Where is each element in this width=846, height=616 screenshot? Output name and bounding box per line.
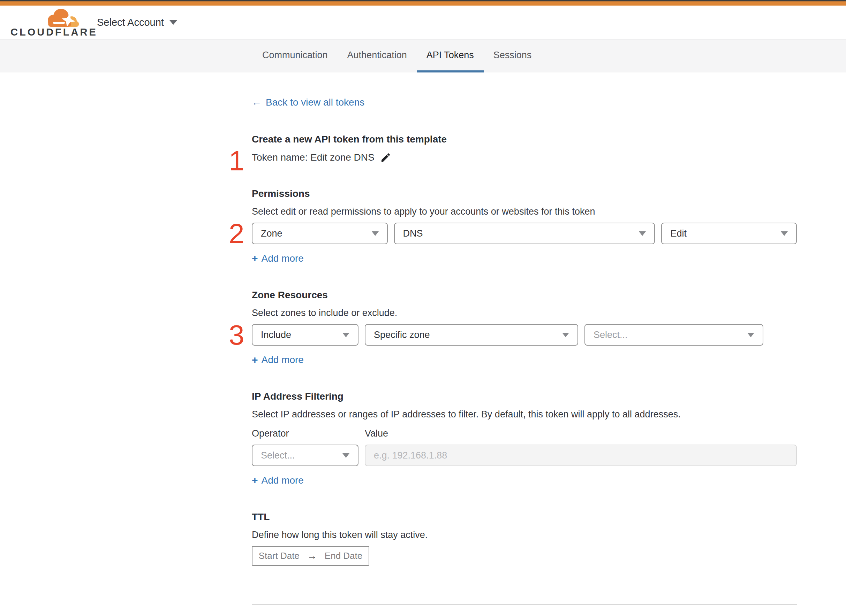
plus-icon: + — [252, 475, 258, 486]
ttl-title: TTL — [252, 512, 797, 523]
ttl-date-range-picker[interactable]: Start Date → End Date — [252, 546, 369, 566]
top-accent-bar — [0, 1, 846, 6]
tab-sessions[interactable]: Sessions — [484, 40, 541, 72]
chevron-down-icon — [747, 333, 754, 337]
end-date-placeholder: End Date — [325, 550, 362, 561]
step-marker-3: 3 — [229, 321, 244, 349]
permissions-title: Permissions — [252, 188, 797, 199]
permission-access-select[interactable]: Edit — [661, 223, 797, 244]
ip-filtering-section: IP Address Filtering Select IP addresses… — [252, 391, 797, 486]
zone-resources-row: 3 Include Specific zone Select... — [252, 324, 797, 346]
back-link-label: Back to view all tokens — [266, 97, 365, 108]
permissions-description: Select edit or read permissions to apply… — [252, 206, 797, 217]
back-arrow-icon: ← — [252, 97, 262, 108]
select-account-dropdown[interactable]: Select Account — [97, 17, 177, 28]
cloudflare-wordmark: CLOUDFLARE — [10, 26, 98, 38]
zone-picker-select[interactable]: Select... — [584, 324, 764, 346]
pencil-icon — [380, 152, 391, 163]
chevron-down-icon — [562, 333, 569, 337]
ip-filtering-row: Select... — [252, 444, 797, 466]
start-date-placeholder: Start Date — [259, 550, 300, 561]
step-marker-1: 1 — [229, 147, 244, 175]
back-to-tokens-link[interactable]: ← Back to view all tokens — [252, 97, 365, 108]
tab-api-tokens[interactable]: API Tokens — [417, 40, 484, 72]
plus-icon: + — [252, 354, 258, 366]
zone-resources-description: Select zones to include or exclude. — [252, 308, 797, 318]
app-header: CLOUDFLARE Select Account — [0, 6, 846, 40]
permissions-section: Permissions Select edit or read permissi… — [252, 188, 797, 264]
zone-include-select[interactable]: Include — [252, 324, 359, 346]
zone-resources-add-more-link[interactable]: + Add more — [252, 354, 304, 366]
select-account-label: Select Account — [97, 17, 164, 28]
token-name-text: Token name: Edit zone DNS — [252, 152, 375, 163]
operator-label: Operator — [252, 428, 365, 439]
permission-service-select[interactable]: DNS — [394, 223, 655, 244]
permissions-add-more-link[interactable]: + Add more — [252, 252, 304, 264]
arrow-right-icon: → — [307, 550, 317, 562]
token-name-row: 1 Token name: Edit zone DNS — [252, 152, 797, 163]
ttl-description: Define how long this token will stay act… — [252, 529, 797, 540]
chevron-down-icon — [639, 231, 646, 236]
plus-icon: + — [252, 252, 258, 264]
page-title: Create a new API token from this templat… — [252, 134, 797, 145]
profile-tabbar: Communication Authentication API Tokens … — [0, 40, 846, 72]
permissions-row: 2 Zone DNS Edit — [252, 223, 797, 244]
chevron-down-icon — [781, 231, 788, 236]
chevron-down-icon — [372, 231, 379, 236]
zone-resources-title: Zone Resources — [252, 289, 797, 301]
chevron-down-icon — [343, 453, 349, 458]
tab-authentication[interactable]: Authentication — [338, 40, 417, 72]
tab-communication[interactable]: Communication — [253, 40, 338, 72]
ip-value-input[interactable] — [365, 444, 797, 466]
zone-resources-section: Zone Resources Select zones to include o… — [252, 289, 797, 366]
cloudflare-logo[interactable]: CLOUDFLARE — [10, 7, 80, 39]
chevron-down-icon — [169, 20, 177, 25]
ip-filtering-title: IP Address Filtering — [252, 391, 797, 402]
step-marker-2: 2 — [229, 220, 244, 248]
zone-type-select[interactable]: Specific zone — [365, 324, 578, 346]
chevron-down-icon — [343, 333, 349, 337]
token-template-form: ← Back to view all tokens Create a new A… — [252, 72, 797, 616]
ip-operator-select[interactable]: Select... — [252, 444, 359, 466]
ip-filtering-add-more-link[interactable]: + Add more — [252, 475, 304, 486]
footer-divider — [252, 604, 797, 605]
ip-filtering-description: Select IP addresses or ranges of IP addr… — [252, 409, 797, 420]
ttl-section: TTL Define how long this token will stay… — [252, 512, 797, 566]
value-label: Value — [365, 428, 388, 439]
edit-token-name-button[interactable] — [380, 152, 391, 163]
permission-scope-select[interactable]: Zone — [252, 223, 388, 244]
ip-filtering-labels: Operator Value — [252, 428, 797, 439]
